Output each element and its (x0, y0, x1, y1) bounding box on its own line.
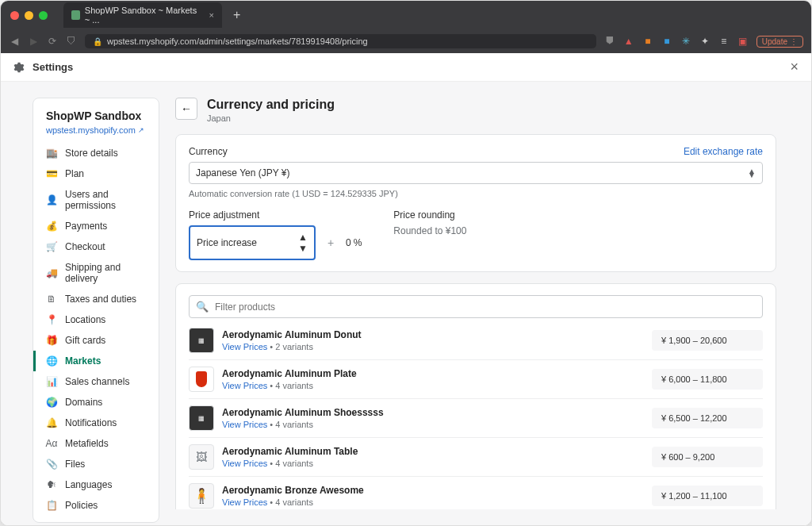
browser-titlebar: ShopWP Sandbox ~ Markets ~ ... × + (1, 1, 811, 29)
currency-select[interactable]: Japanese Yen (JPY ¥) ▲▼ (189, 162, 763, 184)
sidebar-item-notifications[interactable]: 🔔Notifications (33, 413, 159, 433)
plus-label: + (322, 232, 339, 254)
sidebar-item-checkout[interactable]: 🛒Checkout (33, 236, 159, 257)
product-search[interactable]: 🔍 (189, 295, 763, 318)
lock-icon: 🔒 (93, 37, 102, 46)
sidebar-item-label: Gift cards (65, 335, 105, 346)
new-tab-button[interactable]: + (233, 8, 240, 22)
ext-icon-2[interactable]: ■ (661, 36, 672, 47)
sidebar-item-policies[interactable]: 📋Policies (33, 495, 159, 516)
settings-sidebar: ShopWP Sandbox wpstest.myshopify.com↗ 🏬S… (33, 98, 159, 523)
browser-tab[interactable]: ShopWP Sandbox ~ Markets ~ ... × (63, 2, 222, 28)
sidebar-item-label: Checkout (65, 241, 105, 252)
sidebar-item-shipping-and-delivery[interactable]: 🚚Shipping and delivery (33, 257, 159, 289)
sidebar-item-label: Plan (65, 168, 84, 179)
window-controls[interactable] (10, 11, 48, 20)
ext-icon-3[interactable]: ✳ (680, 36, 691, 47)
view-prices-link[interactable]: View Prices (222, 342, 267, 351)
edit-exchange-rate-link[interactable]: Edit exchange rate (684, 146, 763, 157)
price-rounding-value: Rounded to ¥100 (393, 225, 466, 236)
view-prices-link[interactable]: View Prices (222, 497, 267, 507)
sidebar-item-metafields[interactable]: AαMetafields (33, 433, 159, 454)
product-row: ▦Aerodynamic Aluminum ShoesssssView Pric… (189, 398, 763, 437)
update-button[interactable]: Update⋮ (756, 36, 803, 48)
sidebar-item-domains[interactable]: 🌍Domains (33, 392, 159, 413)
sidebar-item-gift-cards[interactable]: 🎁Gift cards (33, 330, 159, 351)
store-title: ShopWP Sandbox (33, 109, 159, 125)
nav-icon: 🛒 (46, 241, 57, 252)
favicon-icon (71, 10, 80, 20)
sidebar-item-label: Metafields (65, 438, 109, 449)
sidebar-item-sales-channels[interactable]: 📊Sales channels (33, 371, 159, 392)
reload-icon[interactable]: ⟳ (47, 36, 58, 47)
price-adjustment-select[interactable]: Price increase ▲▼ (189, 225, 316, 260)
product-row: 🧍Aerodynamic Bronze AwesomeView Prices •… (189, 476, 763, 509)
product-title: Aerodynamic Aluminum Shoesssss (222, 407, 644, 418)
product-row: ▦Aerodynamic Aluminum DonutView Prices •… (189, 321, 763, 359)
forward-icon[interactable]: ▶ (28, 36, 39, 47)
ublock-icon[interactable]: ⛊ (604, 36, 615, 47)
product-title: Aerodynamic Aluminum Plate (222, 368, 644, 379)
page-title: Currency and pricing (207, 98, 335, 112)
close-tab-icon[interactable]: × (209, 10, 214, 20)
percent-suffix: % (354, 237, 362, 248)
product-thumb: ▦ (189, 328, 214, 353)
extensions-icon[interactable]: ✦ (699, 36, 710, 47)
nav-icon: 🌐 (46, 355, 57, 367)
store-domain-link[interactable]: wpstest.myshopify.com↗ (33, 125, 159, 143)
nav-icon: 📍 (46, 314, 57, 325)
sidebar-item-markets[interactable]: 🌐Markets (33, 351, 159, 371)
product-thumb: ▦ (189, 405, 214, 431)
address-bar[interactable]: 🔒 wpstest.myshopify.com/admin/settings/m… (85, 34, 596, 48)
nav-icon: 🏬 (46, 148, 57, 159)
view-prices-link[interactable]: View Prices (222, 420, 267, 429)
page-subtitle: Japan (207, 113, 335, 123)
settings-header: Settings × (1, 53, 811, 82)
sidebar-item-files[interactable]: 📎Files (33, 454, 159, 474)
sidebar-item-payments[interactable]: 💰Payments (33, 216, 159, 236)
nav-icon: 💰 (46, 221, 57, 232)
product-price-range: ¥ 1,200 – 11,100 (652, 486, 763, 506)
settings-label: Settings (33, 61, 73, 73)
nav-icon: Aα (46, 438, 57, 449)
ext-icon-1[interactable]: ■ (642, 36, 653, 47)
search-icon: 🔍 (196, 301, 209, 313)
view-prices-link[interactable]: View Prices (222, 459, 267, 468)
nav-icon: 📎 (46, 459, 57, 470)
sidebar-item-users-and-permissions[interactable]: 👤Users and permissions (33, 184, 159, 216)
sidebar-item-label: Shipping and delivery (65, 262, 146, 284)
gear-icon (13, 62, 25, 73)
view-prices-link[interactable]: View Prices (222, 381, 267, 390)
shield-icon[interactable]: ⛉ (66, 36, 77, 47)
sidebar-item-taxes-and-duties[interactable]: 🗎Taxes and duties (33, 289, 159, 309)
product-search-input[interactable] (215, 301, 756, 313)
currency-selected: Japanese Yen (JPY ¥) (196, 167, 290, 179)
product-price-range: ¥ 6,000 – 11,800 (652, 369, 763, 390)
product-price-range: ¥ 600 – 9,200 (652, 447, 763, 467)
browser-toolbar: ◀ ▶ ⟳ ⛉ 🔒 wpstest.myshopify.com/admin/se… (1, 29, 811, 53)
warning-icon[interactable]: ▲ (623, 36, 634, 47)
sidebar-item-languages[interactable]: 🗣Languages (33, 474, 159, 495)
back-button[interactable]: ← (175, 98, 197, 120)
close-settings-button[interactable]: × (790, 59, 799, 75)
nav-icon: 🔔 (46, 417, 57, 428)
sidebar-item-plan[interactable]: 💳Plan (33, 163, 159, 184)
sidebar-item-label: Users and permissions (65, 189, 146, 211)
sidebar-item-label: Sales channels (65, 376, 129, 387)
bookmarks-icon[interactable]: ≡ (718, 36, 730, 47)
sidebar-item-label: Policies (65, 500, 98, 511)
product-title: Aerodynamic Aluminum Table (222, 446, 644, 457)
adjustment-percent-value[interactable]: 0 (346, 237, 351, 248)
maximize-window-icon[interactable] (39, 11, 48, 20)
adjustment-selected: Price increase (197, 237, 257, 248)
screenshot-icon[interactable]: ▣ (737, 36, 749, 47)
sidebar-item-store-details[interactable]: 🏬Store details (33, 143, 159, 163)
sidebar-item-locations[interactable]: 📍Locations (33, 309, 159, 330)
sidebar-item-label: Markets (65, 355, 101, 367)
minimize-window-icon[interactable] (25, 11, 33, 20)
back-icon[interactable]: ◀ (9, 36, 20, 47)
nav-icon: 🗎 (46, 294, 57, 305)
close-window-icon[interactable] (10, 11, 19, 20)
sidebar-item-label: Languages (65, 479, 112, 490)
sidebar-item-label: Domains (65, 397, 102, 408)
